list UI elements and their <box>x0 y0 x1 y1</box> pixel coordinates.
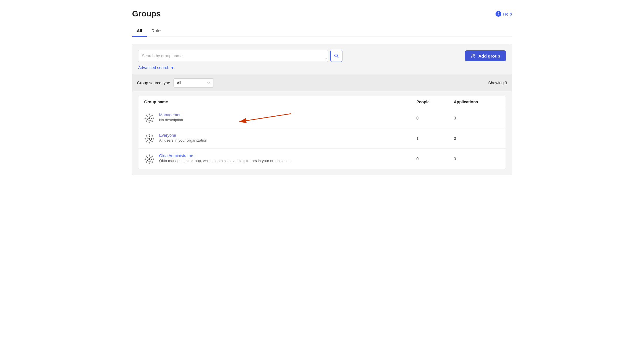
group-info-management: Management No description <box>159 113 183 122</box>
people-management: 0 <box>416 116 454 120</box>
svg-point-18 <box>148 138 150 140</box>
resize-handle: ⠿ <box>325 58 327 61</box>
advanced-search-caret: ▼ <box>170 65 174 70</box>
table-row: Everyone All users in your organization … <box>138 128 506 149</box>
svg-point-29 <box>149 155 150 156</box>
page-title: Groups <box>132 9 161 18</box>
group-desc-okta-admin: Okta manages this group, which contains … <box>159 159 291 163</box>
page-header: Groups ? Help <box>132 9 512 18</box>
group-icon-everyone <box>144 134 155 144</box>
svg-point-2 <box>472 54 474 56</box>
help-icon: ? <box>496 11 501 17</box>
svg-point-22 <box>153 138 154 140</box>
svg-point-35 <box>146 161 147 163</box>
svg-line-1 <box>337 57 339 58</box>
group-name-management[interactable]: Management <box>159 113 183 117</box>
add-person-icon <box>471 53 476 58</box>
group-icon-management <box>144 113 155 123</box>
svg-point-24 <box>151 135 153 137</box>
add-group-label: Add group <box>478 54 500 58</box>
tabs-container: All Rules <box>132 25 512 37</box>
col-header-group-name: Group name <box>144 100 416 104</box>
filter-row: Group source type All Okta Active Direct… <box>132 75 512 91</box>
search-input[interactable] <box>138 50 328 62</box>
svg-point-14 <box>151 120 153 122</box>
svg-point-32 <box>153 159 154 160</box>
group-info-everyone: Everyone All users in your organization <box>159 133 207 142</box>
svg-point-9 <box>145 118 146 119</box>
group-desc-everyone: All users in your organization <box>159 138 207 142</box>
svg-point-13 <box>146 120 147 122</box>
search-input-wrapper: ⠿ <box>138 50 328 62</box>
group-name-everyone[interactable]: Everyone <box>159 133 207 138</box>
svg-point-21 <box>145 138 146 140</box>
col-header-applications: Applications <box>454 100 500 104</box>
svg-point-28 <box>148 158 150 160</box>
svg-point-34 <box>151 156 153 157</box>
search-icon <box>334 53 339 58</box>
svg-point-23 <box>146 135 147 137</box>
svg-point-8 <box>149 122 150 123</box>
svg-point-10 <box>153 118 154 119</box>
people-everyone: 1 <box>416 136 454 141</box>
svg-point-26 <box>151 141 153 142</box>
svg-point-33 <box>146 156 147 157</box>
group-info-okta-admin: Okta Administrators Okta manages this gr… <box>159 153 291 163</box>
group-name-okta-admin[interactable]: Okta Administrators <box>159 153 291 158</box>
add-group-button[interactable]: Add group <box>465 50 506 61</box>
tab-all[interactable]: All <box>132 25 147 37</box>
col-header-people: People <box>416 100 454 104</box>
group-source-type-select[interactable]: All Okta Active Directory LDAP <box>174 78 214 88</box>
svg-point-0 <box>335 54 338 57</box>
svg-point-11 <box>146 115 147 116</box>
table-row: Okta Administrators Okta manages this gr… <box>138 149 506 169</box>
group-icon-okta-admin <box>144 154 155 164</box>
advanced-search-label: Advanced search <box>138 65 169 70</box>
svg-point-12 <box>151 115 153 116</box>
people-okta-admin: 0 <box>416 157 454 161</box>
content-area: ⠿ Add group Advanced search <box>132 44 512 175</box>
applications-management: 0 <box>454 116 500 120</box>
svg-point-19 <box>149 134 150 136</box>
table-row: Management No description 0 0 <box>138 108 506 128</box>
help-link[interactable]: ? Help <box>496 11 512 17</box>
svg-point-36 <box>151 161 153 163</box>
svg-point-6 <box>148 117 150 119</box>
help-label: Help <box>503 12 512 16</box>
group-cell-everyone: Everyone All users in your organization <box>144 133 416 144</box>
showing-count: Showing 3 <box>488 81 507 85</box>
applications-okta-admin: 0 <box>454 157 500 161</box>
svg-point-25 <box>146 141 147 142</box>
svg-point-31 <box>145 159 146 160</box>
tab-rules[interactable]: Rules <box>147 25 167 37</box>
filter-left: Group source type All Okta Active Direct… <box>137 78 214 88</box>
table-container: Group name People Applications <box>138 96 506 169</box>
search-button[interactable] <box>330 50 342 62</box>
table-header: Group name People Applications <box>138 96 506 108</box>
svg-point-30 <box>149 163 150 164</box>
group-desc-management: No description <box>159 118 183 122</box>
svg-point-7 <box>149 114 150 115</box>
advanced-search-link[interactable]: Advanced search ▼ <box>138 65 174 70</box>
group-cell-okta-admin: Okta Administrators Okta manages this gr… <box>144 153 416 164</box>
filter-label: Group source type <box>137 81 170 85</box>
group-cell-management: Management No description <box>144 113 416 123</box>
search-row: ⠿ Add group <box>138 50 506 62</box>
svg-point-20 <box>149 142 150 144</box>
applications-everyone: 0 <box>454 136 500 141</box>
